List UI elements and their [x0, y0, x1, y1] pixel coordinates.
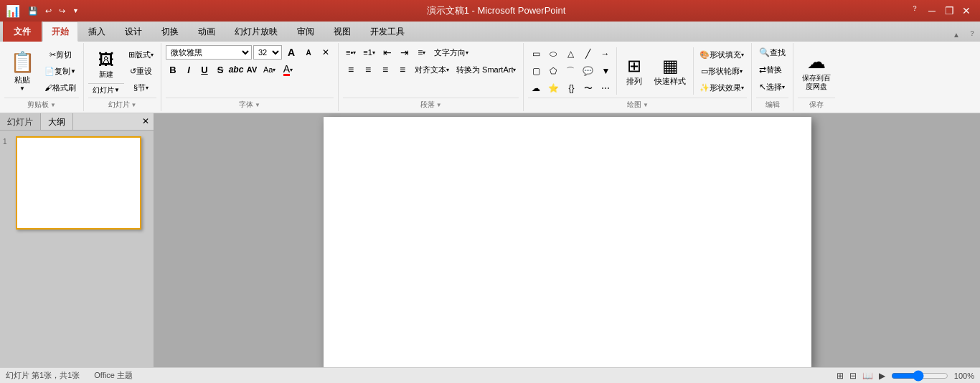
- slide-sorter-btn[interactable]: ⊟: [849, 371, 857, 372]
- font-name-select[interactable]: 微软雅黑: [166, 45, 252, 60]
- pentagon-btn[interactable]: ⬠: [545, 63, 561, 79]
- increase-indent-btn[interactable]: ⇥: [397, 44, 413, 60]
- italic-btn[interactable]: I: [182, 62, 196, 77]
- strikethrough-btn[interactable]: S: [213, 62, 227, 77]
- bracket-btn[interactable]: {}: [563, 80, 579, 96]
- close-btn[interactable]: ✕: [958, 4, 974, 18]
- collapse-ribbon-btn[interactable]: ▲: [948, 28, 964, 42]
- select-dropdown[interactable]: ▾: [782, 84, 785, 90]
- cut-button[interactable]: ✂ 剪切: [42, 47, 79, 62]
- layout-dropdown[interactable]: ▾: [151, 52, 154, 58]
- tab-review[interactable]: 审阅: [288, 22, 324, 42]
- rect-shape-btn[interactable]: ▭: [528, 46, 544, 62]
- paragraph-expand[interactable]: ▼: [436, 102, 442, 108]
- section-button[interactable]: § 节 ▾: [126, 80, 156, 95]
- oval-shape-btn[interactable]: ⬭: [545, 46, 561, 62]
- drawing-expand[interactable]: ▼: [643, 102, 649, 108]
- paste-dropdown[interactable]: ▼: [19, 85, 25, 93]
- smartart-dropdown[interactable]: ▾: [513, 67, 516, 73]
- copy-button[interactable]: 📄 复制 ▼: [42, 63, 79, 79]
- slideshow-btn[interactable]: ▶: [879, 371, 885, 372]
- select-button[interactable]: ↖ 选择 ▾: [756, 79, 788, 95]
- save-quick-btn[interactable]: 💾: [26, 5, 40, 17]
- font-size-select[interactable]: 32: [253, 45, 282, 60]
- tab-view[interactable]: 视图: [324, 22, 360, 42]
- shrink-font-btn[interactable]: A: [301, 44, 316, 60]
- slides-tab[interactable]: 幻灯片: [0, 113, 41, 130]
- align-right-btn[interactable]: ≡: [377, 62, 393, 77]
- slide-panel-close-btn[interactable]: ✕: [138, 113, 154, 130]
- center-btn[interactable]: ≡: [360, 62, 376, 77]
- shape-outline-dropdown[interactable]: ▾: [740, 68, 743, 75]
- minimize-btn[interactable]: ─: [924, 4, 940, 18]
- format-painter-button[interactable]: 🖌 格式刷: [42, 80, 79, 95]
- shape-effects-btn[interactable]: ✨ 形状效果 ▾: [697, 80, 747, 95]
- tab-home[interactable]: 开始: [42, 22, 78, 42]
- quick-styles-button[interactable]: ▦ 快速样式: [650, 44, 690, 98]
- save-cloud-button[interactable]: ☁ 保存到百度网盘: [798, 44, 835, 98]
- line-spacing-btn[interactable]: ≡ ▾: [414, 44, 430, 60]
- more-shapes-btn[interactable]: ▼: [598, 63, 613, 79]
- grow-font-btn[interactable]: A: [283, 44, 299, 60]
- change-case-btn[interactable]: Aa ▾: [260, 62, 278, 77]
- spacing-btn[interactable]: AV: [245, 62, 259, 77]
- undo-quick-btn[interactable]: ↩: [43, 5, 54, 17]
- reading-view-btn[interactable]: 📖: [862, 371, 873, 372]
- replace-button[interactable]: ⇄ 替换: [756, 62, 785, 77]
- align-text-btn[interactable]: 对齐文本 ▾: [412, 62, 452, 77]
- smartart-btn[interactable]: 转换为 SmartArt ▾: [453, 62, 519, 77]
- tab-slideshow[interactable]: 幻灯片放映: [225, 22, 287, 42]
- line-spacing-dropdown[interactable]: ▾: [423, 49, 425, 56]
- restore-btn[interactable]: ❐: [941, 4, 957, 18]
- section-dropdown[interactable]: ▾: [146, 85, 149, 91]
- font-color-dropdown[interactable]: ▾: [290, 67, 293, 73]
- font-expand[interactable]: ▼: [255, 102, 260, 108]
- numbering-btn[interactable]: ≡1 ▾: [360, 44, 378, 60]
- rounded-rect-btn[interactable]: ▢: [528, 63, 544, 79]
- shape-fill-dropdown[interactable]: ▾: [741, 52, 744, 58]
- redo-quick-btn[interactable]: ↪: [57, 5, 67, 17]
- shape-fill-btn[interactable]: 🎨 形状填充 ▾: [697, 47, 747, 62]
- shape-effects-dropdown[interactable]: ▾: [741, 85, 744, 91]
- align-text-dropdown[interactable]: ▾: [446, 67, 449, 73]
- font-color-btn[interactable]: A ▾: [280, 62, 296, 77]
- normal-view-btn[interactable]: ⊞: [837, 371, 844, 372]
- customize-quick-btn[interactable]: ▼: [70, 6, 81, 16]
- tab-animation[interactable]: 动画: [189, 22, 225, 42]
- paste-button[interactable]: 📋 粘贴 ▼: [4, 44, 40, 98]
- clear-format-btn[interactable]: ✕: [318, 44, 334, 60]
- star-btn[interactable]: ⭐: [545, 80, 562, 96]
- arrow-shape-btn[interactable]: →: [597, 46, 613, 62]
- triangle-shape-btn[interactable]: △: [562, 46, 578, 62]
- clipboard-expand[interactable]: ▼: [50, 102, 56, 108]
- outline-tab[interactable]: 大纲: [41, 113, 73, 130]
- help-icon[interactable]: ？: [911, 4, 918, 18]
- canvas-area[interactable]: [154, 113, 980, 372]
- shapes-more2-btn[interactable]: ⋯: [598, 80, 613, 96]
- slides-expand[interactable]: ▼: [131, 102, 137, 108]
- curve-btn[interactable]: ⌒: [562, 63, 578, 79]
- change-case-arrow[interactable]: ▾: [273, 67, 275, 73]
- underline-btn[interactable]: U: [197, 62, 212, 77]
- new-slide-main-btn[interactable]: 🖼 新建: [88, 47, 124, 83]
- text-direction-btn[interactable]: 文字方向 ▾: [431, 44, 471, 60]
- tab-developer[interactable]: 开发工具: [361, 22, 414, 42]
- shape-outline-btn[interactable]: ▭ 形状轮廓 ▾: [697, 63, 747, 79]
- find-button[interactable]: 🔍 查找: [756, 44, 788, 60]
- help-ribbon-btn[interactable]: ？: [964, 26, 980, 42]
- text-direction-dropdown[interactable]: ▾: [466, 49, 468, 56]
- line-shape-btn[interactable]: ╱: [580, 46, 595, 62]
- callout-btn[interactable]: 💬: [580, 63, 596, 79]
- align-left-btn[interactable]: ≡: [343, 62, 359, 77]
- reset-button[interactable]: ↺ 重设: [126, 63, 156, 79]
- layout-button[interactable]: ⊞ 版式 ▾: [126, 47, 156, 62]
- bold-btn[interactable]: B: [166, 62, 180, 77]
- bullets-btn[interactable]: ≡• ▾: [343, 44, 359, 60]
- tab-insert[interactable]: 插入: [79, 22, 115, 42]
- justify-btn[interactable]: ≡: [395, 62, 410, 77]
- bullets-dropdown[interactable]: ▾: [353, 49, 356, 56]
- freeform-btn[interactable]: ☁: [528, 80, 544, 96]
- text-shadow-btn[interactable]: abc: [229, 62, 243, 77]
- arrange-button[interactable]: ⊞ 排列: [620, 44, 649, 98]
- decrease-indent-btn[interactable]: ⇤: [380, 44, 395, 60]
